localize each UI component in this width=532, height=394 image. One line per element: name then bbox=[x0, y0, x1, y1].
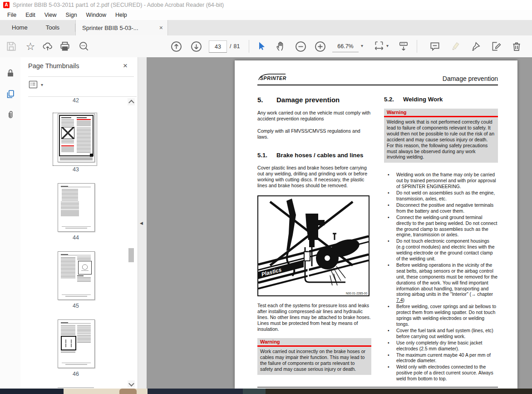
section-title: Welding Work bbox=[403, 96, 443, 103]
next-page-button[interactable] bbox=[188, 39, 204, 54]
comment-bubble-icon bbox=[429, 40, 441, 52]
menu-item[interactable]: File bbox=[3, 10, 21, 20]
save-button[interactable] bbox=[4, 39, 19, 54]
search-button[interactable] bbox=[76, 39, 92, 54]
list-item-text: The maximum current maybe 40 A per mm of… bbox=[396, 353, 491, 364]
fit-width-dropdown-caret[interactable]: ▾ bbox=[386, 43, 389, 48]
list-item: Connect the welding-unit ground terminal… bbox=[384, 215, 498, 239]
thumbnail-44[interactable] bbox=[58, 183, 95, 232]
desktop-fragment bbox=[243, 389, 266, 394]
fill-sign-icon bbox=[490, 40, 502, 52]
document-canvas[interactable]: SPRINTER Damage prevention 5. Damage pre… bbox=[147, 57, 532, 389]
figure-code: N00.01-2285-00 bbox=[346, 292, 367, 295]
list-item-text: Do not weld on assemblies such as the en… bbox=[396, 190, 495, 201]
hand-tool-button[interactable] bbox=[273, 39, 288, 54]
prohibited-tools-figure: Plastics N00.01-2285-00 bbox=[257, 195, 369, 296]
zoom-in-button[interactable] bbox=[312, 39, 328, 54]
thumbnail-43[interactable] bbox=[58, 114, 95, 162]
zoom-level-input[interactable]: 66.7% bbox=[332, 40, 359, 52]
list-item-text: Do not touch electronic component housin… bbox=[396, 239, 495, 261]
menu-item[interactable]: View bbox=[40, 10, 61, 20]
tab-document-active[interactable]: Sprinter BBIB 5-03-... × bbox=[75, 20, 168, 35]
menu-bar: FileEditViewSignWindowHelp bbox=[0, 10, 532, 20]
panel-collapse-strip[interactable]: ◀ bbox=[138, 57, 147, 389]
thumbnail-scroll-up-button[interactable] bbox=[128, 98, 135, 105]
warning-text-line: Welding work that is not performed corre… bbox=[387, 119, 495, 143]
panel-divider bbox=[28, 76, 134, 77]
warning-text: Welding work that is not performed corre… bbox=[384, 117, 498, 163]
collapse-panel-icon[interactable]: ◀ bbox=[140, 221, 143, 225]
highlight-button[interactable] bbox=[448, 39, 463, 54]
desktop-peek bbox=[0, 389, 532, 394]
thumb-label-43: 43 bbox=[39, 166, 112, 173]
page-down-icon bbox=[190, 40, 202, 53]
print-button[interactable] bbox=[57, 39, 73, 54]
list-item-text: Connect the welding-unit ground terminal… bbox=[396, 215, 497, 238]
thumbnail-scrollbar-thumb[interactable] bbox=[128, 248, 134, 262]
list-item: Use only completely dry lime basic jacke… bbox=[384, 340, 498, 352]
paragraph: Test each of the systems for pressure lo… bbox=[257, 303, 371, 332]
sprinter-logo: SPRINTER bbox=[257, 72, 287, 82]
menu-item[interactable]: Help bbox=[111, 10, 132, 20]
options-list-icon bbox=[28, 79, 39, 90]
clipped-toolbar-button[interactable] bbox=[527, 39, 532, 54]
list-item-text: Cover the fuel tank and fuel system (lin… bbox=[396, 328, 493, 339]
list-item: Disconnect the positive and negative ter… bbox=[384, 203, 498, 214]
save-icon bbox=[5, 40, 17, 52]
menu-item[interactable]: Window bbox=[82, 10, 111, 20]
comment-button[interactable] bbox=[427, 39, 443, 54]
tab-home[interactable]: Home bbox=[3, 20, 37, 35]
attachments-panel-button[interactable] bbox=[5, 109, 16, 121]
paperclip-icon bbox=[5, 110, 15, 120]
page-footer-rule bbox=[257, 387, 498, 388]
share-cloud-button[interactable] bbox=[40, 39, 55, 54]
sign-button[interactable] bbox=[468, 39, 483, 54]
continuous-scroll-icon bbox=[398, 40, 409, 52]
chapter-link[interactable]: 7.4 bbox=[396, 298, 403, 303]
highlighter-icon bbox=[449, 40, 461, 52]
menu-item[interactable]: Edit bbox=[21, 10, 40, 20]
select-tool-button[interactable] bbox=[253, 39, 269, 54]
panel-title: Page Thumbnails bbox=[28, 62, 79, 70]
page-total: 81 bbox=[233, 43, 240, 50]
page-thumbnails-panel-button[interactable] bbox=[5, 88, 16, 100]
tab-tools[interactable]: Tools bbox=[37, 20, 69, 35]
thumbnail-47-peek bbox=[58, 387, 94, 388]
menu-item[interactable]: Sign bbox=[61, 10, 82, 20]
list-item-suffix: ) bbox=[403, 298, 404, 303]
security-panel-button[interactable] bbox=[5, 67, 16, 79]
page-header: SPRINTER Damage prevention bbox=[257, 72, 498, 82]
section-number: 5. bbox=[257, 96, 276, 104]
warning-text-line: For this reason, the following safety pr… bbox=[387, 143, 495, 160]
figure-illustration: Plastics bbox=[258, 196, 369, 295]
page-number-input[interactable]: 43 bbox=[209, 40, 227, 53]
section-5-1-heading: 5.1. Brake hoses / cables and lines bbox=[257, 152, 371, 159]
fountain-pen-icon bbox=[470, 40, 482, 52]
thumbnail-45[interactable] bbox=[58, 251, 95, 300]
zoom-dropdown-caret[interactable]: ▾ bbox=[361, 43, 363, 48]
delete-pages-button[interactable] bbox=[509, 39, 524, 54]
section-5-heading: 5. Damage prevention bbox=[257, 96, 371, 104]
main-toolbar: ☆ 43 / 81 bbox=[0, 35, 532, 58]
panel-close-icon[interactable]: × bbox=[123, 61, 128, 70]
thumbnail-46[interactable] bbox=[58, 319, 95, 368]
tab-bar: Home Tools Sprinter BBIB 5-03-... × bbox=[0, 20, 532, 36]
previous-page-button[interactable] bbox=[168, 39, 184, 54]
zoom-out-button[interactable] bbox=[293, 39, 308, 54]
section-number: 5.1. bbox=[257, 152, 276, 159]
star-favorites-button[interactable]: ☆ bbox=[23, 39, 38, 54]
fit-width-button[interactable] bbox=[371, 39, 387, 54]
fill-and-sign-button[interactable] bbox=[488, 39, 504, 54]
section-title: Brake hoses / cables and lines bbox=[276, 152, 363, 159]
zoom-in-icon bbox=[314, 40, 326, 53]
list-item-text: Before welding operations in the vicinit… bbox=[396, 263, 498, 297]
cloud-upload-icon bbox=[42, 40, 54, 52]
page-count: / 81 bbox=[230, 40, 240, 52]
desktop-fragment bbox=[119, 389, 137, 394]
thumbnail-options-button[interactable]: ▾ bbox=[28, 79, 43, 90]
trash-icon bbox=[511, 40, 522, 52]
scrolling-mode-button[interactable] bbox=[396, 39, 411, 54]
page-up-icon bbox=[170, 40, 182, 53]
tab-close-icon[interactable]: × bbox=[156, 24, 163, 31]
thumbnail-scroll-down-button[interactable] bbox=[128, 380, 135, 388]
